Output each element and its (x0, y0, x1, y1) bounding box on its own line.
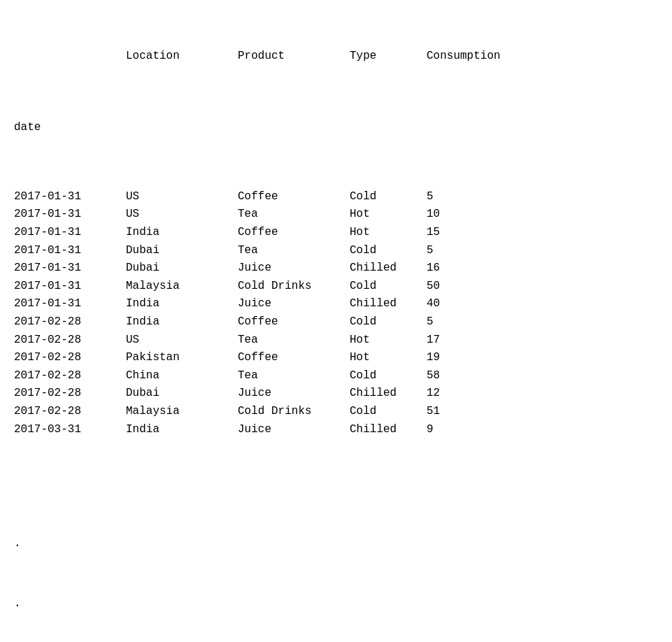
header-type: Type (350, 45, 427, 67)
table-row: 2017-02-28USTeaHot17 (14, 331, 658, 350)
cell-location: India (126, 421, 238, 439)
cell-location: Dubai (126, 259, 238, 278)
header-product: Product (238, 45, 350, 67)
cell-date: 2017-02-28 (14, 349, 126, 367)
dot-2: . (14, 594, 658, 614)
cell-type: Chilled (350, 295, 427, 313)
cell-type: Cold (350, 313, 427, 331)
cell-consumption: 5 (427, 313, 510, 331)
cell-date: 2017-01-31 (14, 278, 126, 296)
cell-type: Hot (350, 206, 427, 224)
cell-location: India (126, 295, 238, 313)
cell-type: Chilled (350, 259, 427, 278)
cell-type: Chilled (350, 421, 427, 439)
cell-location: China (126, 367, 238, 385)
table-row: 2017-02-28MalaysiaCold DrinksCold51 (14, 403, 658, 421)
cell-date: 2017-02-28 (14, 403, 126, 421)
cell-date: 2017-01-31 (14, 224, 126, 242)
cell-location: US (126, 188, 238, 206)
cell-product: Juice (238, 385, 350, 403)
cell-consumption: 5 (427, 242, 510, 260)
table-row: 2017-01-31USTeaHot10 (14, 206, 658, 224)
cell-location: India (126, 224, 238, 242)
cell-type: Cold (350, 242, 427, 260)
cell-product: Coffee (238, 349, 350, 367)
cell-type: Hot (350, 349, 427, 367)
cell-location: Malaysia (126, 278, 238, 296)
cell-product: Coffee (238, 224, 350, 242)
data-table: Location Product Type Consumption date 2… (14, 7, 658, 642)
cell-date: 2017-02-28 (14, 331, 126, 350)
cell-date: 2017-01-31 (14, 259, 126, 278)
cell-type: Hot (350, 224, 427, 242)
cell-consumption: 16 (427, 259, 510, 278)
table-row: 2017-01-31IndiaJuiceChilled40 (14, 295, 658, 313)
cell-type: Chilled (350, 385, 427, 403)
index-label: date (14, 117, 658, 138)
cell-consumption: 17 (427, 331, 510, 350)
cell-type: Cold (350, 403, 427, 421)
cell-type: Hot (350, 331, 427, 350)
cell-location: Malaysia (126, 403, 238, 421)
cell-location: US (126, 331, 238, 350)
header-consumption: Consumption (427, 45, 510, 67)
cell-location: Pakistan (126, 349, 238, 367)
cell-date: 2017-01-31 (14, 242, 126, 260)
table-row: 2017-01-31USCoffeeCold5 (14, 188, 658, 206)
cell-location: Dubai (126, 385, 238, 403)
cell-consumption: 5 (427, 188, 510, 206)
cell-location: Dubai (126, 242, 238, 260)
cell-consumption: 40 (427, 295, 510, 313)
cell-consumption: 15 (427, 224, 510, 242)
cell-product: Coffee (238, 313, 350, 331)
cell-consumption: 58 (427, 367, 510, 385)
table-row: 2017-01-31MalaysiaCold DrinksCold50 (14, 278, 658, 296)
cell-product: Coffee (238, 188, 350, 206)
cell-product: Juice (238, 295, 350, 313)
table-row: 2017-01-31IndiaCoffeeHot15 (14, 224, 658, 242)
cell-date: 2017-02-28 (14, 367, 126, 385)
table-row: 2017-01-31DubaiTeaCold5 (14, 242, 658, 260)
cell-product: Juice (238, 259, 350, 278)
cell-product: Tea (238, 331, 350, 350)
cell-product: Tea (238, 242, 350, 260)
header-row: Location Product Type Consumption (14, 45, 658, 67)
dots-section: . . .| . (14, 493, 658, 642)
table-row: 2017-02-28DubaiJuiceChilled12 (14, 385, 658, 403)
cell-type: Cold (350, 188, 427, 206)
table-row: 2017-03-31IndiaJuiceChilled9 (14, 421, 658, 439)
cell-location: India (126, 313, 238, 331)
dot-1: . (14, 534, 658, 554)
cell-product: Juice (238, 421, 350, 439)
cell-type: Cold (350, 278, 427, 296)
cell-product: Tea (238, 367, 350, 385)
cell-date: 2017-02-28 (14, 313, 126, 331)
cell-consumption: 19 (427, 349, 510, 367)
cell-date: 2017-02-28 (14, 385, 126, 403)
cell-date: 2017-01-31 (14, 206, 126, 224)
cell-date: 2017-03-31 (14, 421, 126, 439)
cell-consumption: 50 (427, 278, 510, 296)
cell-type: Cold (350, 367, 427, 385)
cell-consumption: 10 (427, 206, 510, 224)
cell-consumption: 9 (427, 421, 510, 439)
table-row: 2017-02-28IndiaCoffeeCold5 (14, 313, 658, 331)
cell-product: Cold Drinks (238, 278, 350, 296)
cell-date: 2017-01-31 (14, 188, 126, 206)
header-location: Location (126, 45, 238, 67)
cell-product: Cold Drinks (238, 403, 350, 421)
cell-product: Tea (238, 206, 350, 224)
rows-container: 2017-01-31USCoffeeCold52017-01-31USTeaHo… (14, 188, 658, 438)
cell-consumption: 12 (427, 385, 510, 403)
table-row: 2017-02-28ChinaTeaCold58 (14, 367, 658, 385)
table-row: 2017-02-28PakistanCoffeeHot19 (14, 349, 658, 367)
cell-date: 2017-01-31 (14, 295, 126, 313)
table-row: 2017-01-31DubaiJuiceChilled16 (14, 259, 658, 278)
cell-consumption: 51 (427, 403, 510, 421)
cell-location: US (126, 206, 238, 224)
